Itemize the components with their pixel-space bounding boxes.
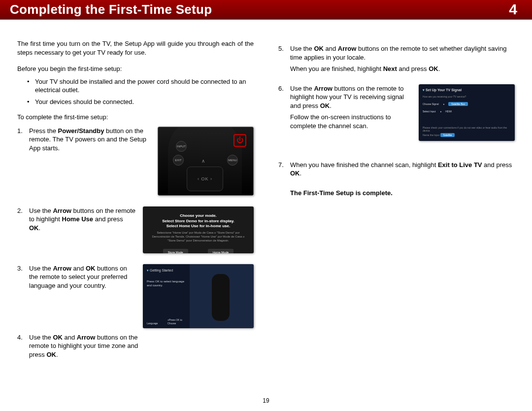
getting-started-label: Getting Started [147,268,186,273]
setup-steps-right: 5. Use the OK and Arrow buttons on the r… [278,44,515,178]
mode-line: Choose your mode. [148,213,249,219]
step-7: 7. When you have finished the channel sc… [278,161,515,178]
intro-paragraph: The first time you turn on the TV, the S… [17,39,254,57]
left-column: The first time you turn on the TV, the S… [17,39,254,370]
figure-remote: INPUT EXIT MENU ⏻ ∧ [158,127,254,196]
home-mode-button: Home Mode [208,249,234,253]
step-5: 5. Use the OK and Arrow buttons on the r… [278,44,515,73]
remote-menu-button: MENU [227,155,238,166]
up-arrow-icon: ∧ [201,158,205,165]
page-number: 19 [0,397,532,404]
step-text: When you have finished the channel scan,… [290,161,515,178]
step-text: Use the OK and Arrow buttons on the remo… [290,44,515,73]
remote-input-button: INPUT [176,141,187,152]
page-content: The first time you turn on the TV, the S… [0,20,532,370]
power-icon: ⏻ [233,134,246,147]
step-number: 2. [17,206,23,215]
step-1: 1. Press the Power/Standby button on the… [17,127,254,196]
step-text: Press the Power/Standby button on the re… [29,127,151,153]
completion-message: The First-Time Setup is complete. [290,189,515,198]
prerequisite-item: Your devices should be connected. [27,98,254,106]
before-heading: Before you begin the first-time setup: [17,65,254,73]
press-ok-label: Press OK to select language and country. [147,279,186,287]
mode-line: Select Home Use for in-home use. [148,224,249,229]
step-6: 6. Use the Arrow buttons on the remote t… [278,84,515,141]
prerequisite-list: Your TV should be installed and the powe… [27,77,254,106]
store-mode-button: Store Mode [163,249,188,253]
mode-line: Select Store Demo for in-store display. [148,219,249,224]
remote-dpad [187,167,223,191]
mode-subtext: Seleccione "Home Use" por Modo de Casa o… [148,231,249,242]
right-column: 5. Use the OK and Arrow buttons on the r… [278,39,515,370]
step-text: Use the Arrow buttons on the remote to h… [29,206,136,233]
figure-language: Getting Started Press OK to select langu… [143,264,254,328]
remote-icon [212,274,230,321]
page-title: Completing the First-Time Setup [10,2,212,17]
press-ok-choose: +Press OK to Choose [167,318,190,325]
step-number: 1. [17,127,23,136]
step-text: Use the OK and Arrow buttons on the remo… [29,333,152,359]
figure-choose-mode: Choose your mode. Select Store Demo for … [143,206,254,253]
chapter-number: 4 [509,1,517,18]
step-number: 6. [278,84,284,93]
figure-tv-signal: Set Up Your TV Signal How are you receiv… [419,84,515,141]
to-complete-heading: To complete the first-time setup: [17,113,254,122]
setup-steps-left: 1. Press the Power/Standby button on the… [17,127,254,359]
step-3: 3. Use the Arrow and OK buttons on the r… [17,264,254,328]
step-4: 4. Use the OK and Arrow buttons on the r… [17,333,254,359]
signal-header: Set Up Your TV Signal [423,88,511,92]
signal-question: How are you receiving your TV service? [423,95,511,99]
language-label: Language [147,322,158,325]
prerequisite-item: Your TV should be installed and the powe… [27,77,254,95]
step-number: 5. [278,44,284,53]
step-text: Use the Arrow and OK buttons on the remo… [29,264,136,290]
page-header: Completing the First-Time Setup 4 [0,0,532,20]
step-number: 7. [278,161,284,170]
step-text: Use the Arrow buttons on the remote to h… [290,84,412,131]
step-number: 3. [17,264,23,273]
step-2: 2. Use the Arrow buttons on the remote t… [17,206,254,253]
remote-exit-button: EXIT [173,155,184,166]
step-number: 4. [17,333,23,342]
